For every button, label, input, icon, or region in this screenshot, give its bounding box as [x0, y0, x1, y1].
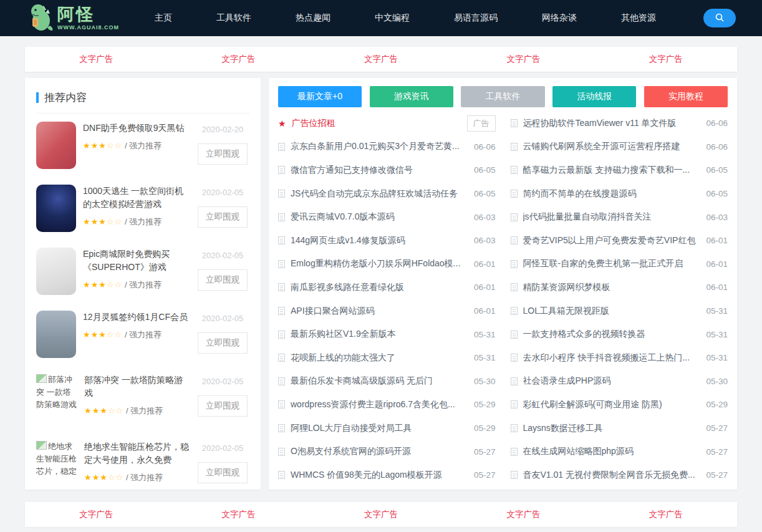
recommended-item[interactable]: 1000天逃生 一款空间街机的太空模拟经营游戏 ★★★☆☆ / 强力推荐 202… — [36, 177, 249, 239]
article-row[interactable]: 京东白条新用户0.01元购买3个月爱奇艺黄... 06-06 — [278, 135, 496, 159]
article-lists: ★ 广告位招租 广告 京东白条新用户0.01元购买3个月爱奇艺黄... 06-0… — [278, 112, 728, 487]
text-ad-link[interactable]: 文字广告 — [25, 54, 167, 65]
item-date: 2020-02-05 — [196, 443, 249, 453]
ad-slot-row[interactable]: ★ 广告位招租 广告 — [278, 112, 496, 135]
rating-label: 强力推荐 — [129, 141, 162, 150]
article-row[interactable]: 花呗新上线的功能太强大了 05-31 — [278, 346, 496, 370]
article-row[interactable]: 彩虹代刷全解源码(可商业用途 防黑) 05-29 — [511, 393, 728, 417]
text-ad-link[interactable]: 文字广告 — [452, 54, 594, 65]
main-content: 推荐内容 DNF助手免费领取9天黑钻 ★★★☆☆ / 强力推荐 2 — [25, 78, 737, 490]
article-title: js代码批量批量自动取消抖音关注 — [523, 211, 701, 223]
document-icon — [511, 166, 518, 174]
recommended-item[interactable]: DNF助手免费领取9天黑钻 ★★★☆☆ / 强力推荐 2020-02-20 立即… — [36, 114, 249, 177]
article-date: 05-27 — [474, 470, 496, 480]
article-row[interactable]: JS代码全自动完成京东品牌狂欢城活动任务 06-05 — [278, 182, 496, 206]
article-row[interactable]: LOL工具箱无限视距版 05-31 — [511, 299, 728, 323]
article-row[interactable]: wordpress资源付费主题ripro6.7含美化包... 05-29 — [278, 393, 496, 417]
document-icon — [511, 283, 518, 291]
nav-item[interactable]: 工具软件 — [216, 0, 251, 36]
view-now-button[interactable]: 立即围观 — [198, 206, 248, 228]
tab-activity-news[interactable]: 活动线报 — [552, 86, 636, 107]
article-row[interactable]: 远程协助软件TeamViewer v11 单文件版 06-06 — [511, 112, 728, 135]
view-now-button[interactable]: 立即围观 — [198, 462, 248, 483]
recommended-item[interactable]: 部落冲突 一款塔防策略游戏 部落冲突 一款塔防策略游戏 ★★★☆☆ / 强力推荐… — [36, 365, 249, 432]
article-date: 05-31 — [706, 330, 728, 339]
article-row[interactable]: 音友V1.01 无视付费限制全网音乐无损免费... 05-27 — [511, 463, 728, 487]
view-now-button[interactable]: 立即围观 — [198, 143, 248, 165]
article-date: 06-03 — [706, 213, 728, 222]
article-row[interactable]: 云铺购代刷网系统全开源可运营程序搭建 06-06 — [511, 135, 728, 159]
article-row[interactable]: 简约而不简单的在线搜题源码 06-05 — [511, 182, 728, 206]
rating-separator: / — [125, 280, 127, 289]
article-row[interactable]: O泡易支付系统官网的源码开源 05-27 — [278, 440, 496, 463]
item-thumbnail: 绝地求生智能压枪芯片，稳定 — [36, 440, 77, 490]
article-row[interactable]: 阿狸LOL大厅自动接受对局工具 05-29 — [278, 417, 496, 440]
stars-filled-icon: ★★★ — [84, 473, 108, 482]
article-title: 彩虹代刷全解源码(可商业用途 防黑) — [523, 399, 701, 410]
article-title: 社会语录生成PHP源码 — [523, 375, 701, 387]
view-now-button[interactable]: 立即围观 — [198, 269, 248, 291]
nav-item[interactable]: 易语言源码 — [454, 0, 498, 36]
article-row[interactable]: 去水印小程序 快手抖音视频搬运工上热门... 05-31 — [511, 346, 728, 370]
item-title: 部落冲突 一款塔防策略游戏 — [84, 374, 189, 400]
text-ad-link[interactable]: 文字广告 — [25, 509, 167, 520]
article-row[interactable]: js代码批量批量自动取消抖音关注 06-03 — [511, 205, 728, 229]
article-row[interactable]: 酷享磁力云最新版 支持磁力搜索下载和一... 06-05 — [511, 158, 728, 182]
nav-item[interactable]: 热点趣闻 — [296, 0, 330, 36]
text-ad-link[interactable]: 文字广告 — [167, 509, 309, 520]
text-ad-link[interactable]: 文字广告 — [310, 509, 452, 520]
text-ad-link[interactable]: 文字广告 — [595, 54, 737, 65]
nav-item[interactable]: 中文编程 — [375, 0, 410, 36]
text-ad-link[interactable]: 文字广告 — [595, 509, 737, 520]
article-title: 144g网页生成v1.4修复版源码 — [291, 235, 468, 246]
article-row[interactable]: 在线生成网站缩略图php源码 05-27 — [511, 440, 728, 463]
article-row[interactable]: Emlog重构精仿老版小刀娱乐网HFoldao模... 06-01 — [278, 253, 496, 276]
text-ad-link[interactable]: 文字广告 — [167, 54, 309, 65]
article-row[interactable]: 最新伯乐发卡商城高级版源码 无后门 05-30 — [278, 370, 496, 394]
tab-latest-articles[interactable]: 最新文章+0 — [278, 86, 362, 107]
article-row[interactable]: 爱奇艺VIP5以上用户可免费发爱奇艺VIP红包 06-01 — [511, 229, 728, 253]
article-row[interactable]: API接口聚合网站源码 06-01 — [278, 299, 496, 323]
article-date: 06-05 — [706, 189, 728, 198]
nav-item[interactable]: 主页 — [155, 0, 172, 36]
article-date: 06-06 — [706, 118, 728, 128]
recommended-item[interactable]: 12月灵狐签约领1月CF会员 ★★★☆☆ / 强力推荐 2020-02-05 立… — [36, 302, 249, 365]
search-button[interactable] — [703, 9, 736, 27]
stars-empty-icon: ☆☆ — [108, 406, 123, 415]
article-row[interactable]: Laysns数据迁移工具 05-27 — [511, 417, 728, 440]
article-title: 阿狸LOL大厅自动接受对局工具 — [291, 423, 468, 434]
item-rating: ★★★☆☆ / 强力推荐 — [83, 329, 189, 341]
item-rating: ★★★☆☆ / 强力推荐 — [84, 405, 189, 417]
article-row[interactable]: 社会语录生成PHP源码 05-30 — [511, 370, 728, 394]
tab-tutorials[interactable]: 实用教程 — [644, 86, 728, 107]
tab-game-news[interactable]: 游戏资讯 — [370, 86, 453, 107]
text-ad-link[interactable]: 文字广告 — [310, 54, 452, 65]
article-row[interactable]: 阿怪互联-自家的免费主机第一批正式开启 06-01 — [511, 253, 728, 276]
stars-filled-icon: ★★★ — [83, 280, 107, 289]
tab-tools-software[interactable]: 工具软件 — [461, 86, 544, 107]
article-row[interactable]: 南瓜影视多线路任意看绿化版 06-01 — [278, 276, 496, 299]
view-now-button[interactable]: 立即围观 — [198, 395, 248, 417]
article-date: 05-31 — [474, 330, 496, 339]
article-title: 音友V1.01 无视付费限制全网音乐无损免费... — [523, 470, 701, 481]
article-row[interactable]: WHMCS 价值98美元的Lagom模板开源 05-27 — [278, 463, 496, 487]
recommended-item[interactable]: Epic商城限时免费购买《SUPERHOT》游戏 ★★★☆☆ / 强力推荐 20… — [36, 239, 249, 302]
article-row[interactable]: 微信官方通知已支持修改微信号 06-05 — [278, 158, 496, 182]
article-date: 06-01 — [706, 259, 728, 269]
recommended-item[interactable]: 绝地求生智能压枪芯片，稳定 绝地求生智能压枪芯片，稳定大号使用，永久免费 ★★★… — [36, 432, 249, 490]
article-row[interactable]: 一款支持格式众多的视频转换器 05-31 — [511, 322, 728, 346]
nav-item[interactable]: 网络杂谈 — [542, 0, 577, 36]
article-row[interactable]: 精防某资源网织梦模板 06-01 — [511, 276, 728, 299]
article-title: 简约而不简单的在线搜题源码 — [523, 188, 701, 200]
text-ad-link[interactable]: 文字广告 — [452, 509, 594, 520]
view-now-button[interactable]: 立即围观 — [198, 332, 248, 354]
document-icon — [278, 424, 285, 432]
nav-item[interactable]: 其他资源 — [621, 0, 656, 36]
site-logo[interactable]: 阿怪 WWW.AGUAI8.COM — [26, 2, 137, 34]
rating-separator: / — [125, 330, 127, 339]
article-row[interactable]: 最新乐购社区V1.9全新版本 05-31 — [278, 322, 496, 346]
rating-label: 强力推荐 — [130, 473, 163, 482]
article-row[interactable]: 爱讯云商城V0.7.0版本源码 06-03 — [278, 205, 496, 229]
item-title: DNF助手免费领取9天黑钻 — [83, 122, 189, 135]
article-row[interactable]: 144g网页生成v1.4修复版源码 06-03 — [278, 229, 496, 253]
